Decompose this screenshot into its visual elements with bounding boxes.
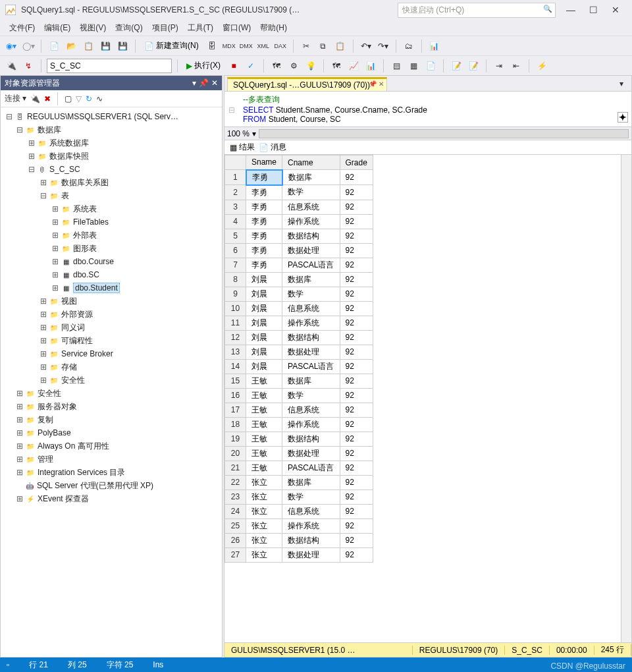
grid-header[interactable]: Grade <box>340 155 373 170</box>
table-row[interactable]: 3李勇信息系统92 <box>225 200 373 214</box>
new-query-button[interactable]: 📄新建查询(N) <box>141 39 202 53</box>
parse-icon[interactable]: ✓ <box>244 59 258 73</box>
paste-icon[interactable]: 📋 <box>333 39 348 53</box>
maximize-button[interactable]: ☐ <box>582 1 604 18</box>
menu-window[interactable]: 窗口(W) <box>223 22 251 34</box>
save-icon[interactable]: 💾 <box>98 39 113 53</box>
open-file-icon[interactable]: 📂 <box>64 39 78 53</box>
db-engine-query-icon[interactable]: 🗄 <box>205 39 219 53</box>
tree-synonyms[interactable]: 同义词 <box>61 322 85 333</box>
grid-vscrollbar[interactable] <box>621 155 631 642</box>
refresh-icon[interactable]: ↻ <box>86 94 92 103</box>
menu-edit[interactable]: 编辑(E) <box>44 22 70 34</box>
mdx-icon[interactable]: MDX <box>222 39 236 53</box>
table-row[interactable]: 22张立数据库92 <box>225 475 373 490</box>
table-row[interactable]: 16王敏数学92 <box>225 388 373 403</box>
tree-is-catalog[interactable]: Integration Services 目录 <box>38 467 125 478</box>
table-row[interactable]: 6李勇数据处理92 <box>225 243 373 258</box>
nav-fwd-icon[interactable]: ◯▾ <box>21 39 36 53</box>
client-stats-icon[interactable]: 📊 <box>363 59 378 73</box>
messages-tab[interactable]: 📄 消息 <box>259 142 286 153</box>
stop-icon-2[interactable]: ▢ <box>65 94 72 103</box>
scripts-icon[interactable]: 📋 <box>81 39 95 53</box>
filter-icon[interactable]: ▽ <box>76 94 82 103</box>
specify-values-icon[interactable]: ⚡ <box>535 59 549 73</box>
tree-storage[interactable]: 存储 <box>61 362 77 373</box>
menu-project[interactable]: 项目(P) <box>152 22 178 34</box>
tree-ext-res[interactable]: 外部资源 <box>61 309 93 320</box>
registered-servers-icon[interactable]: 🗂 <box>402 39 416 53</box>
query-options-icon[interactable]: ⚙ <box>286 59 301 73</box>
tree-databases[interactable]: 数据库 <box>38 125 61 136</box>
nav-back-icon[interactable]: ◉▾ <box>4 39 18 53</box>
sql-editor[interactable]: --多表查询 ⊟SELECT Student.Sname, Course.Cna… <box>224 92 631 127</box>
table-row[interactable]: 1李勇数据库92 <box>225 170 373 185</box>
tree-table-sc[interactable]: dbo.SC <box>73 270 99 279</box>
table-row[interactable]: 8刘晨数据库92 <box>225 272 373 287</box>
activity-monitor-icon[interactable]: 📊 <box>427 39 442 53</box>
results-text-icon[interactable]: ▤ <box>389 59 404 73</box>
table-row[interactable]: 12刘晨数据结构92 <box>225 330 373 345</box>
table-row[interactable]: 9刘晨数学92 <box>225 287 373 301</box>
table-row[interactable]: 23张立数学92 <box>225 490 373 504</box>
zoom-combo[interactable]: 100 % <box>227 129 250 138</box>
panel-close-icon[interactable]: ✕ <box>211 78 218 88</box>
grid-header[interactable]: Cname <box>282 155 340 170</box>
comment-icon[interactable]: 📝 <box>449 59 463 73</box>
results-grid-icon[interactable]: ▦ <box>406 59 421 73</box>
table-row[interactable]: 5李勇数据结构92 <box>225 229 373 243</box>
quick-launch-input[interactable]: 快速启动 (Ctrl+Q) <box>398 3 556 18</box>
dax-icon[interactable]: DAX <box>273 39 288 53</box>
menu-view[interactable]: 视图(V) <box>80 22 106 34</box>
redo-icon[interactable]: ↷▾ <box>376 39 390 53</box>
table-row[interactable]: 18王敏操作系统92 <box>225 417 373 432</box>
actual-plan-icon[interactable]: 🗺 <box>329 59 344 73</box>
connect-icon[interactable]: 🔌 <box>30 94 40 103</box>
tree-db-diagram[interactable]: 数据库关系图 <box>61 177 109 188</box>
table-row[interactable]: 11刘晨操作系统92 <box>225 316 373 330</box>
tree-sys-db[interactable]: 系统数据库 <box>49 138 89 149</box>
tree-security[interactable]: 安全性 <box>38 388 61 399</box>
tree-programmability[interactable]: 可编程性 <box>61 335 93 347</box>
results-file-icon[interactable]: 📄 <box>423 59 438 73</box>
connect-dropdown[interactable]: 连接 ▾ <box>5 93 26 104</box>
results-tab[interactable]: ▦ 结果 <box>230 142 255 153</box>
save-all-icon[interactable]: 💾 <box>115 39 130 53</box>
tree-tables[interactable]: 表 <box>61 190 69 202</box>
xmla-icon[interactable]: XML <box>256 39 271 53</box>
tree-filetables[interactable]: FileTables <box>73 217 109 227</box>
expand-glyph-icon[interactable]: ✦ <box>618 112 628 123</box>
tree-table-course[interactable]: dbo.Course <box>73 257 114 266</box>
tab-pin-icon[interactable]: 📌 ✕ <box>369 80 384 88</box>
panel-dropdown-icon[interactable]: ▾ <box>192 78 196 88</box>
indent-icon[interactable]: ⇥ <box>492 59 506 73</box>
tree-graph-tables[interactable]: 图形表 <box>73 243 97 254</box>
undo-icon[interactable]: ↶▾ <box>359 39 373 53</box>
tree-alwayson[interactable]: Always On 高可用性 <box>38 441 109 452</box>
close-button[interactable]: ✕ <box>604 1 627 18</box>
intellisense-icon[interactable]: 💡 <box>303 59 318 73</box>
table-row[interactable]: 4李勇操作系统92 <box>225 214 373 229</box>
tree-db-snap[interactable]: 数据库快照 <box>49 151 89 162</box>
tree-replication[interactable]: 复制 <box>38 414 53 426</box>
change-conn-icon[interactable]: 🔌 <box>4 59 18 73</box>
table-row[interactable]: 2李勇数学92 <box>225 185 373 200</box>
live-stats-icon[interactable]: 📈 <box>346 59 361 73</box>
tree-xevent[interactable]: XEvent 探查器 <box>38 493 89 505</box>
document-tab[interactable]: SQLQuery1.sql -…GULUS\17909 (70))* 📌 ✕ <box>227 77 387 91</box>
table-row[interactable]: 15王敏数据库92 <box>225 374 373 388</box>
table-row[interactable]: 19王敏数据结构92 <box>225 432 373 446</box>
tree-sys-tables[interactable]: 系统表 <box>73 204 97 215</box>
tree-polybase[interactable]: PolyBase <box>38 428 71 437</box>
grid-header[interactable]: Sname <box>246 155 282 170</box>
menu-tools[interactable]: 工具(T) <box>188 22 213 34</box>
tree-views[interactable]: 视图 <box>61 296 77 307</box>
results-grid[interactable]: SnameCnameGrade1李勇数据库922李勇数学923李勇信息系统924… <box>224 155 373 563</box>
execute-button[interactable]: ▶执行(X) <box>183 59 224 73</box>
tree-service-broker[interactable]: Service Broker <box>61 349 113 358</box>
tree-server-objs[interactable]: 服务器对象 <box>38 401 77 412</box>
table-row[interactable]: 10刘晨信息系统92 <box>225 301 373 316</box>
est-plan-icon[interactable]: 🗺 <box>269 59 284 73</box>
outdent-icon[interactable]: ⇤ <box>509 59 523 73</box>
table-row[interactable]: 24张立信息系统92 <box>225 504 373 518</box>
